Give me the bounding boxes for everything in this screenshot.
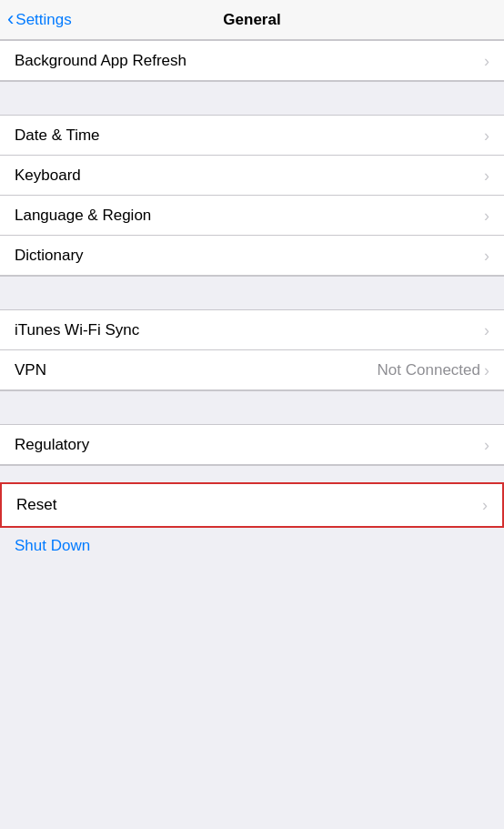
item-label-itunes-wifi-sync: iTunes Wi-Fi Sync bbox=[15, 321, 139, 339]
item-label-language-region: Language & Region bbox=[15, 207, 151, 225]
chevron-icon-keyboard: › bbox=[484, 167, 489, 184]
gap-4 bbox=[0, 466, 504, 482]
chevron-icon-vpn: › bbox=[484, 362, 489, 379]
list-item-regulatory[interactable]: Regulatory › bbox=[0, 425, 504, 465]
list-item-language-region[interactable]: Language & Region › bbox=[0, 196, 504, 236]
item-right-regulatory: › bbox=[484, 437, 489, 453]
chevron-icon-background-app-refresh: › bbox=[484, 53, 489, 69]
nav-bar: ‹ Settings General bbox=[0, 0, 504, 40]
vpn-status: Not Connected bbox=[378, 361, 480, 379]
item-right-vpn: Not Connected › bbox=[378, 361, 489, 379]
item-label-date-time: Date & Time bbox=[15, 126, 100, 145]
section-network: iTunes Wi-Fi Sync › VPN Not Connected › bbox=[0, 309, 504, 391]
item-label-vpn: VPN bbox=[15, 361, 46, 379]
shutdown-row: Shut Down bbox=[0, 528, 504, 564]
gap-2 bbox=[0, 277, 504, 309]
list-item-itunes-wifi-sync[interactable]: iTunes Wi-Fi Sync › bbox=[0, 310, 504, 350]
item-right-background-app-refresh: › bbox=[484, 53, 489, 69]
list-item-keyboard[interactable]: Keyboard › bbox=[0, 156, 504, 196]
list-item-vpn[interactable]: VPN Not Connected › bbox=[0, 350, 504, 390]
page-title: General bbox=[223, 11, 280, 29]
gap-1 bbox=[0, 82, 504, 115]
item-right-reset: › bbox=[482, 497, 488, 513]
item-label-background-app-refresh: Background App Refresh bbox=[15, 52, 186, 70]
chevron-icon-regulatory: › bbox=[484, 437, 489, 453]
item-right-dictionary: › bbox=[484, 248, 489, 264]
chevron-icon-language-region: › bbox=[484, 207, 489, 224]
item-label-regulatory: Regulatory bbox=[15, 436, 89, 454]
back-chevron-icon: ‹ bbox=[7, 9, 14, 29]
item-right-date-time: › bbox=[484, 127, 489, 144]
list-item-background-app-refresh[interactable]: Background App Refresh › bbox=[0, 41, 504, 81]
item-label-keyboard: Keyboard bbox=[15, 167, 81, 185]
back-button[interactable]: ‹ Settings bbox=[7, 10, 72, 29]
section-regulatory: Regulatory › bbox=[0, 424, 504, 466]
chevron-icon-dictionary: › bbox=[484, 248, 489, 264]
list-item-date-time[interactable]: Date & Time › bbox=[0, 116, 504, 156]
item-label-reset: Reset bbox=[16, 496, 56, 514]
shutdown-button[interactable]: Shut Down bbox=[15, 537, 90, 554]
chevron-icon-reset: › bbox=[482, 497, 488, 513]
item-label-dictionary: Dictionary bbox=[15, 247, 84, 265]
back-label: Settings bbox=[15, 11, 71, 29]
chevron-icon-itunes-wifi-sync: › bbox=[484, 322, 489, 339]
chevron-icon-date-time: › bbox=[484, 127, 489, 144]
section-datetime: Date & Time › Keyboard › Language & Regi… bbox=[0, 115, 504, 277]
list-item-reset[interactable]: Reset › bbox=[0, 482, 504, 528]
item-right-itunes-wifi-sync: › bbox=[484, 322, 489, 339]
item-right-language-region: › bbox=[484, 207, 489, 224]
gap-3 bbox=[0, 391, 504, 424]
list-item-dictionary[interactable]: Dictionary › bbox=[0, 236, 504, 276]
section-top: Background App Refresh › bbox=[0, 40, 504, 82]
item-right-keyboard: › bbox=[484, 167, 489, 184]
